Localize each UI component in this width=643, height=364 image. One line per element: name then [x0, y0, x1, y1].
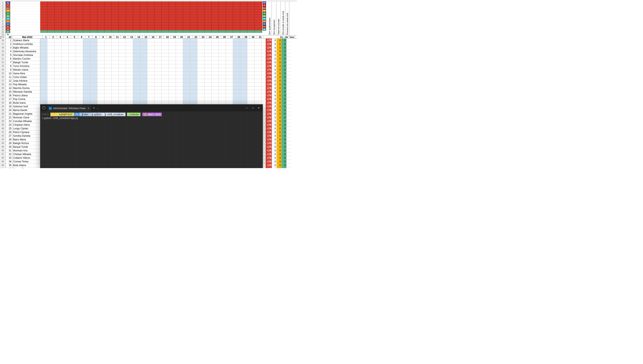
sum-zero3[interactable]: 0 [282, 116, 286, 119]
legend-chip-right[interactable]: Me [263, 15, 266, 17]
day-cell[interactable] [154, 94, 162, 97]
day-cell[interactable] [183, 90, 190, 94]
day-cell[interactable] [183, 46, 190, 50]
day-cell[interactable] [212, 83, 219, 86]
day-cell[interactable] [90, 90, 97, 94]
day-cell[interactable] [240, 83, 247, 86]
day-cell[interactable] [69, 86, 76, 90]
day-header[interactable]: 25 [214, 36, 221, 39]
day-cell[interactable] [169, 53, 176, 57]
day-cell[interactable] [40, 90, 47, 94]
day-cell[interactable] [126, 64, 133, 68]
day-cell[interactable] [197, 68, 204, 72]
day-cell[interactable] [233, 83, 240, 86]
day-cell[interactable] [247, 53, 254, 57]
day-cell[interactable] [183, 86, 190, 90]
day-cell[interactable] [233, 79, 240, 83]
day-cell[interactable] [176, 38, 183, 42]
day-cell[interactable] [76, 64, 83, 68]
sum-zero2[interactable]: 0 [277, 108, 282, 112]
person-index[interactable]: 10 [6, 72, 12, 76]
day-cell[interactable] [176, 94, 183, 97]
row-header[interactable]: 41 [0, 130, 6, 134]
day-cell[interactable] [119, 75, 126, 79]
day-header[interactable]: 30 [250, 36, 257, 39]
sum-neg[interactable]: -176 [266, 97, 272, 101]
sum-blank[interactable] [286, 53, 292, 57]
day-header[interactable]: 7 [85, 36, 92, 39]
day-cell[interactable] [183, 64, 190, 68]
day-cell[interactable] [76, 72, 83, 75]
day-cell[interactable] [147, 53, 154, 57]
day-cell[interactable] [90, 94, 97, 97]
day-cell[interactable] [154, 57, 162, 60]
sum-blank[interactable] [286, 50, 292, 53]
day-cell[interactable] [69, 90, 76, 94]
day-cell[interactable] [226, 90, 233, 94]
row-header[interactable]: 6 [0, 15, 6, 17]
day-cell[interactable] [162, 53, 169, 57]
row-header[interactable]: 27 [0, 79, 6, 83]
sum-zero2[interactable]: 0 [277, 127, 282, 130]
legend-chip-right[interactable]: L [263, 20, 266, 23]
person-index[interactable]: 6 [6, 57, 12, 61]
day-cell[interactable] [47, 64, 54, 68]
sum-zero1[interactable]: 0 [272, 116, 277, 119]
row-header[interactable]: 48 [0, 156, 6, 160]
day-cell[interactable] [162, 83, 169, 86]
day-header[interactable]: 3 [57, 36, 64, 39]
day-cell[interactable] [169, 97, 176, 101]
sum-zero3[interactable]: 0 [282, 167, 286, 168]
sum-zero3[interactable]: 0 [282, 90, 286, 94]
sum-neg[interactable]: -176 [266, 75, 272, 79]
day-cell[interactable] [204, 97, 212, 101]
day-cell[interactable] [204, 94, 212, 97]
day-cell[interactable] [133, 79, 140, 83]
day-cell[interactable] [83, 60, 90, 64]
day-cell[interactable] [190, 90, 197, 94]
day-cell[interactable] [90, 60, 97, 64]
sum-neg[interactable]: -176 [266, 164, 272, 167]
day-cell[interactable] [76, 38, 83, 42]
sum-blank[interactable] [286, 101, 292, 105]
day-header[interactable]: 6 [78, 36, 85, 39]
day-cell[interactable] [162, 72, 169, 75]
day-cell[interactable] [233, 75, 240, 79]
row-header[interactable]: 3 [0, 7, 6, 10]
sum-zero3[interactable]: 0 [282, 119, 286, 123]
maximize-button[interactable]: □ [252, 106, 254, 109]
day-cell[interactable] [62, 68, 69, 72]
day-cell[interactable] [247, 90, 254, 94]
day-cell[interactable] [47, 75, 54, 79]
day-cell[interactable] [40, 53, 47, 57]
day-cell[interactable] [112, 75, 119, 79]
sum-zero1[interactable]: 0 [272, 79, 277, 83]
day-cell[interactable] [104, 90, 112, 94]
day-header[interactable]: 23 [200, 36, 207, 39]
day-cell[interactable] [47, 94, 54, 97]
day-cell[interactable] [154, 60, 162, 64]
row-header[interactable]: 17 [0, 42, 6, 46]
day-cell[interactable] [140, 53, 147, 57]
day-cell[interactable] [176, 53, 183, 57]
person-name[interactable]: Cimpean Adina [12, 123, 40, 127]
day-cell[interactable] [83, 83, 90, 86]
day-cell[interactable] [62, 86, 69, 90]
person-name[interactable]: Buda Ioana [12, 101, 40, 105]
sum-neg[interactable]: -176 [266, 134, 272, 138]
person-name[interactable]: Bajko Mihaela [12, 46, 40, 50]
day-header[interactable]: 19 [171, 36, 178, 39]
day-cell[interactable] [247, 42, 254, 46]
sum-zero1[interactable]: 0 [272, 145, 277, 149]
day-cell[interactable] [197, 42, 204, 46]
person-name[interactable]: Milonean Daniela [12, 90, 40, 94]
day-cell[interactable] [183, 57, 190, 60]
day-cell[interactable] [90, 97, 97, 101]
day-cell[interactable] [40, 64, 47, 68]
person-index[interactable]: 35 [6, 164, 12, 167]
day-cell[interactable] [62, 90, 69, 94]
person-index[interactable]: 30 [6, 145, 12, 149]
day-cell[interactable] [197, 53, 204, 57]
vh-total[interactable]: Total ore lucrate [276, 2, 281, 35]
day-cell[interactable] [154, 46, 162, 50]
